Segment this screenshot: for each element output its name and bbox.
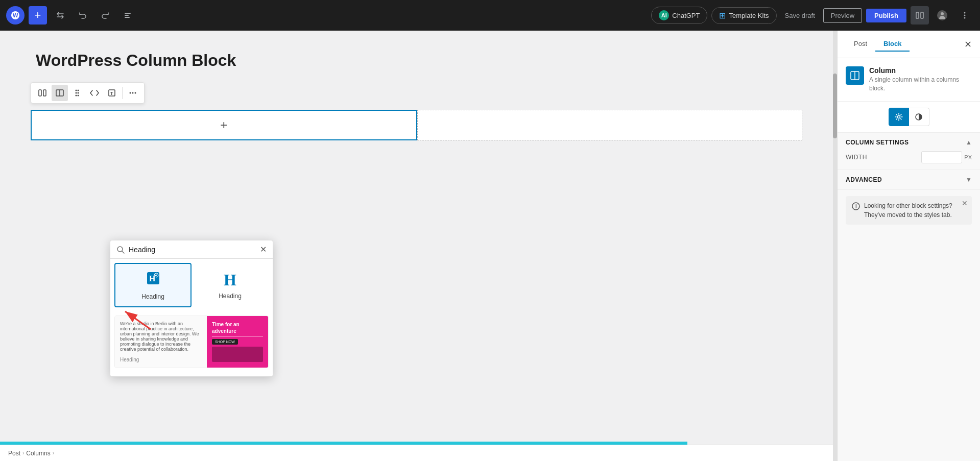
heading-block-icon-1: H: [145, 270, 161, 290]
inserter-block-heading-2[interactable]: H Heading: [192, 263, 269, 307]
add-block-to-column-button[interactable]: +: [210, 114, 237, 136]
inserter-scroll-area[interactable]: H Heading H Heading: [110, 259, 273, 376]
breadcrumb-bar: Post › Columns ›: [0, 445, 833, 461]
topbar-right: AI ChatGPT ⊞ Template Kits Save draft Pr…: [651, 6, 974, 25]
svg-point-18: [76, 92, 77, 94]
svg-point-9: [964, 12, 966, 14]
column-settings-header[interactable]: Column settings ▲: [846, 139, 972, 146]
columns-layout-button[interactable]: [34, 85, 51, 101]
column-settings-chevron: ▲: [966, 139, 972, 146]
right-panel: Post Block ✕ Column A single column with…: [837, 31, 980, 461]
publish-button[interactable]: Publish: [866, 9, 906, 22]
column-block-text: Column A single column within a columns …: [869, 66, 972, 93]
breadcrumb-columns[interactable]: Columns: [26, 450, 50, 457]
svg-rect-6: [921, 12, 923, 18]
chatgpt-label: ChatGPT: [672, 12, 700, 19]
inserter-search-row: ✕: [110, 240, 273, 259]
inserter-block-heading-1[interactable]: H Heading: [114, 263, 192, 307]
inserter-preview-section: We're a studio in Berlin with an interna…: [110, 311, 273, 376]
tab-post[interactable]: Post: [846, 37, 875, 52]
html-edit-button[interactable]: [86, 85, 103, 101]
card-line: [212, 336, 263, 337]
info-box-close-button[interactable]: ✕: [962, 199, 968, 207]
svg-point-21: [78, 95, 79, 96]
panel-header: Post Block ✕: [838, 31, 980, 58]
advanced-section-chevron: ▼: [966, 176, 972, 183]
block-inserter-popup: ✕ H Heading H Headin: [110, 240, 273, 377]
editor-area: WordPress Column Block T: [0, 31, 833, 461]
width-unit: PX: [964, 154, 972, 160]
svg-point-20: [76, 95, 77, 96]
editor-scrollbar[interactable]: [833, 31, 837, 461]
width-input[interactable]: [921, 151, 962, 163]
save-draft-button[interactable]: Save draft: [781, 9, 819, 22]
advanced-section-header[interactable]: Advanced ▼: [846, 176, 972, 183]
more-options-button[interactable]: [955, 6, 974, 25]
editor-scrollbar-thumb: [833, 74, 837, 138]
tab-block[interactable]: Block: [875, 37, 910, 52]
column-icon-button[interactable]: [52, 85, 68, 101]
preview-card-1[interactable]: We're a studio in Berlin with an interna…: [114, 316, 269, 368]
column-right[interactable]: [417, 110, 803, 140]
chatgpt-button[interactable]: AI ChatGPT: [651, 7, 707, 24]
card-title: Time for an adventure: [212, 321, 263, 334]
info-icon: i: [852, 202, 860, 210]
column-settings-section: Column settings ▲ WIDTH PX: [838, 133, 980, 170]
document-overview-button[interactable]: [118, 6, 137, 25]
panel-close-button[interactable]: ✕: [964, 39, 972, 50]
panel-info-box: i Looking for other block settings? They…: [846, 196, 972, 225]
width-field: WIDTH PX: [846, 151, 972, 163]
svg-point-8: [941, 12, 944, 15]
inserter-block-label-1: Heading: [141, 293, 164, 300]
column-left[interactable]: +: [31, 110, 417, 140]
svg-point-26: [135, 92, 136, 94]
advanced-section: Advanced ▼: [838, 170, 980, 190]
inserter-close-button[interactable]: ✕: [260, 245, 267, 254]
preview-card-right: Time for an adventure SHOP NOW: [207, 316, 268, 368]
block-toolbar: T: [31, 82, 145, 104]
svg-rect-3: [125, 15, 129, 16]
styles-tab-button[interactable]: [909, 108, 929, 126]
svg-point-19: [78, 92, 79, 94]
info-box-text: Looking for other block settings? They'v…: [864, 201, 966, 220]
breadcrumb-post[interactable]: Post: [8, 450, 20, 457]
main-layout: WordPress Column Block T: [0, 31, 980, 461]
breadcrumb-sep-1: ›: [22, 450, 24, 456]
column-settings-title: Column settings: [846, 139, 909, 146]
panel-tabs: Post Block: [846, 37, 910, 52]
svg-point-16: [76, 90, 77, 91]
inserter-blocks-grid: H Heading H Heading: [110, 259, 273, 311]
svg-rect-5: [916, 12, 919, 18]
svg-point-25: [132, 92, 134, 94]
text-type-button[interactable]: T: [104, 85, 120, 101]
preview-button[interactable]: Preview: [823, 8, 862, 23]
add-block-button[interactable]: +: [29, 6, 47, 25]
avatar-button[interactable]: [933, 6, 951, 25]
settings-sidebar-button[interactable]: [911, 6, 929, 25]
columns-area: + ✕ H: [31, 110, 802, 140]
undo-button[interactable]: [74, 6, 92, 25]
svg-rect-2: [125, 13, 131, 14]
toolbar-separator: [122, 87, 123, 99]
post-title: WordPress Column Block: [31, 51, 802, 70]
svg-point-11: [964, 17, 966, 19]
svg-rect-13: [43, 90, 46, 96]
width-input-group: PX: [921, 151, 972, 163]
drag-handle-button[interactable]: [69, 85, 85, 101]
template-kits-button[interactable]: ⊞ Template Kits: [711, 7, 776, 24]
chatgpt-icon: AI: [659, 10, 669, 20]
wp-logo: W: [6, 6, 25, 25]
inserter-search-input[interactable]: [129, 246, 256, 254]
settings-tab-button[interactable]: [889, 108, 909, 126]
svg-rect-12: [39, 90, 41, 96]
svg-text:i: i: [855, 204, 857, 209]
heading-block-icon-2: H: [224, 271, 236, 289]
block-type-desc: A single column within a columns block.: [869, 76, 972, 93]
more-block-options-button[interactable]: [125, 85, 141, 101]
width-label: WIDTH: [846, 154, 867, 161]
block-type-title: Column: [869, 66, 972, 75]
redo-button[interactable]: [96, 6, 114, 25]
panel-block-info: Column A single column within a columns …: [838, 58, 980, 102]
svg-rect-4: [125, 17, 130, 18]
tools-button[interactable]: [51, 6, 69, 25]
